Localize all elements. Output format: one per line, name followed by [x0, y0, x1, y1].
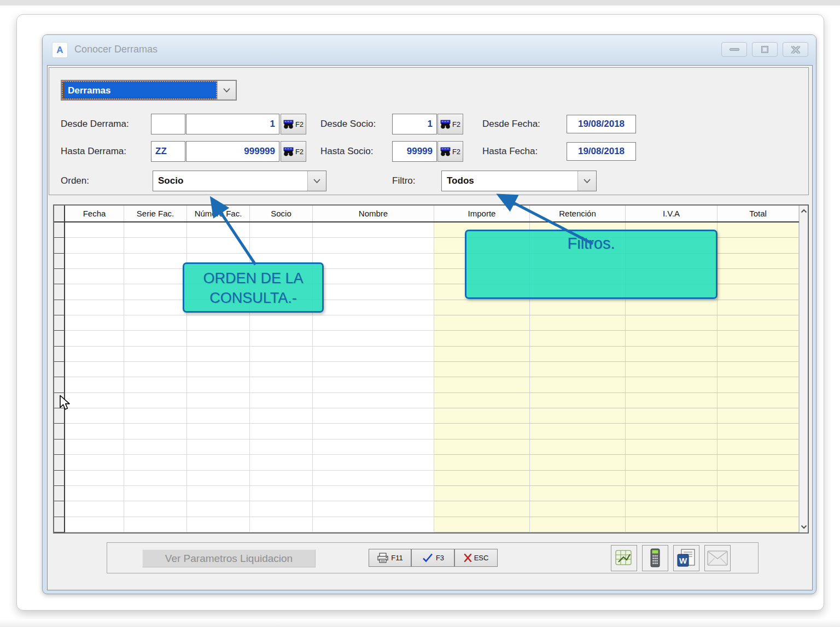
- grid-cell[interactable]: [434, 440, 530, 455]
- grid-cell[interactable]: [313, 486, 434, 501]
- row-selector[interactable]: [54, 222, 65, 238]
- grid-cell[interactable]: [434, 300, 530, 315]
- grid-cell[interactable]: [65, 331, 124, 346]
- grid-cell[interactable]: [65, 377, 124, 392]
- grid-cell[interactable]: [250, 362, 313, 377]
- grid-cell[interactable]: [530, 377, 626, 392]
- table-row[interactable]: [54, 501, 799, 517]
- table-row[interactable]: [54, 300, 799, 315]
- grid-cell[interactable]: [718, 269, 799, 284]
- grid-cell[interactable]: [718, 300, 799, 315]
- grid-cell[interactable]: [124, 501, 187, 517]
- grid-cell[interactable]: [187, 408, 250, 424]
- grid-cell[interactable]: [718, 254, 799, 269]
- grid-cell[interactable]: [626, 440, 718, 455]
- grid-cell[interactable]: [626, 471, 718, 486]
- grid-column-header[interactable]: Importe: [434, 206, 530, 221]
- table-row[interactable]: [54, 315, 799, 331]
- grid-cell[interactable]: [626, 362, 718, 377]
- grid-cell[interactable]: [530, 393, 626, 408]
- grid-cell[interactable]: [626, 455, 718, 470]
- grid-cell[interactable]: [250, 517, 313, 532]
- grid-cell[interactable]: [124, 440, 187, 455]
- grid-cell[interactable]: [530, 486, 626, 501]
- grid-cell[interactable]: [313, 408, 434, 424]
- accept-button[interactable]: F3: [411, 549, 454, 567]
- table-row[interactable]: [54, 331, 799, 346]
- hasta-derrama-num-field[interactable]: 999999: [186, 141, 279, 162]
- grid-cell[interactable]: [530, 362, 626, 377]
- grid-cell[interactable]: [250, 486, 313, 501]
- grid-cell[interactable]: [530, 315, 626, 331]
- grid-cell[interactable]: [313, 471, 434, 486]
- grid-cell[interactable]: [718, 517, 799, 532]
- grid-cell[interactable]: [530, 331, 626, 346]
- send-mail-button[interactable]: [704, 545, 731, 571]
- grid-cell[interactable]: [250, 424, 313, 439]
- grid-cell[interactable]: [65, 408, 124, 424]
- row-selector[interactable]: [54, 347, 65, 362]
- table-row[interactable]: [54, 440, 799, 455]
- hasta-socio-search-button[interactable]: F2: [438, 141, 463, 162]
- grid-cell[interactable]: [124, 517, 187, 532]
- grid-cell[interactable]: [124, 347, 187, 362]
- grid-cell[interactable]: [718, 331, 799, 346]
- grid-cell[interactable]: [187, 238, 250, 253]
- grid-cell[interactable]: [718, 284, 799, 300]
- grid-cell[interactable]: [124, 455, 187, 470]
- grid-cell[interactable]: [313, 347, 434, 362]
- grid-cell[interactable]: [124, 331, 187, 346]
- grid-cell[interactable]: [718, 222, 799, 238]
- cancel-button[interactable]: ESC: [454, 549, 498, 567]
- grid-cell[interactable]: [187, 377, 250, 392]
- grid-cell[interactable]: [313, 377, 434, 392]
- grid-cell[interactable]: [434, 347, 530, 362]
- grid-cell[interactable]: [718, 501, 799, 517]
- grid-cell[interactable]: [313, 455, 434, 470]
- grid-cell[interactable]: [250, 440, 313, 455]
- grid-cell[interactable]: [124, 486, 187, 501]
- row-selector[interactable]: [54, 501, 65, 517]
- grid-cell[interactable]: [124, 424, 187, 439]
- calculator-button[interactable]: [642, 545, 668, 571]
- grid-cell[interactable]: [124, 222, 187, 238]
- grid-cell[interactable]: [124, 238, 187, 253]
- grid-cell[interactable]: [434, 408, 530, 424]
- grid-cell[interactable]: [313, 331, 434, 346]
- table-row[interactable]: [54, 486, 799, 501]
- grid-cell[interactable]: [187, 501, 250, 517]
- maximize-button[interactable]: [752, 42, 778, 57]
- grid-cell[interactable]: [626, 315, 718, 331]
- table-row[interactable]: [54, 424, 799, 439]
- grid-cell[interactable]: [65, 238, 124, 253]
- grid-cell[interactable]: [65, 501, 124, 517]
- grid-cell[interactable]: [65, 471, 124, 486]
- row-selector[interactable]: [54, 377, 65, 392]
- grid-cell[interactable]: [65, 362, 124, 377]
- grid-cell[interactable]: [530, 347, 626, 362]
- grid-cell[interactable]: [124, 300, 187, 315]
- row-selector[interactable]: [54, 315, 65, 331]
- grid-cell[interactable]: [530, 440, 626, 455]
- grid-cell[interactable]: [626, 393, 718, 408]
- grid-cell[interactable]: [250, 501, 313, 517]
- row-selector[interactable]: [54, 486, 65, 501]
- grid-cell[interactable]: [626, 300, 718, 315]
- table-row[interactable]: [54, 362, 799, 377]
- grid-cell[interactable]: [65, 393, 124, 408]
- grid-cell[interactable]: [530, 471, 626, 486]
- grid-cell[interactable]: [187, 331, 250, 346]
- grid-cell[interactable]: [250, 455, 313, 470]
- table-row[interactable]: [54, 393, 799, 408]
- grid-cell[interactable]: [626, 408, 718, 424]
- scroll-up-button[interactable]: [800, 206, 808, 216]
- row-selector[interactable]: [54, 455, 65, 470]
- report-type-select[interactable]: Derramas: [61, 80, 237, 101]
- grid-cell[interactable]: [313, 501, 434, 517]
- export-word-button[interactable]: W: [673, 545, 699, 571]
- desde-fecha-field[interactable]: 19/08/2018: [567, 115, 636, 133]
- grid-cell[interactable]: [718, 377, 799, 392]
- grid-cell[interactable]: [530, 424, 626, 439]
- grid-column-header[interactable]: Serie Fac.: [124, 206, 187, 221]
- grid-cell[interactable]: [187, 315, 250, 331]
